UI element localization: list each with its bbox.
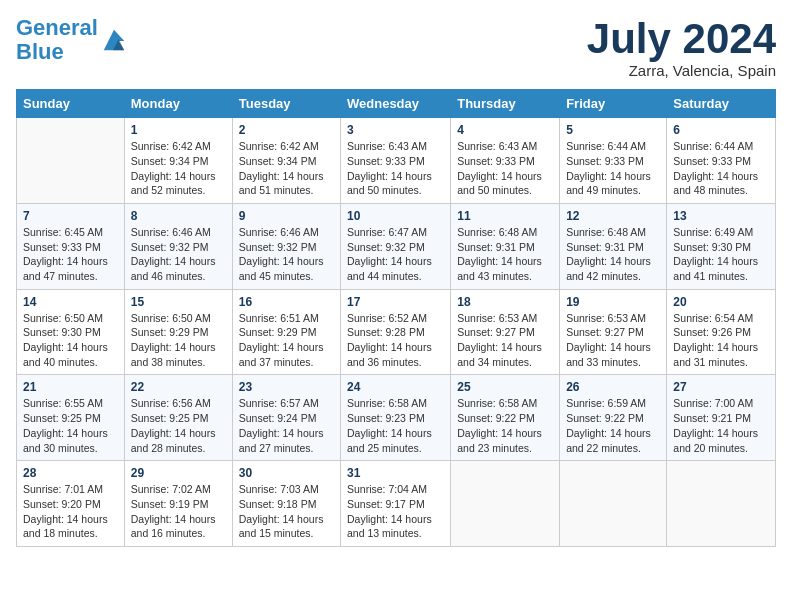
calendar-cell: 5Sunrise: 6:44 AM Sunset: 9:33 PM Daylig… — [560, 118, 667, 204]
calendar-cell: 17Sunrise: 6:52 AM Sunset: 9:28 PM Dayli… — [341, 289, 451, 375]
day-number: 6 — [673, 123, 769, 137]
day-of-week-header: Saturday — [667, 90, 776, 118]
logo-icon — [100, 26, 128, 54]
day-number: 20 — [673, 295, 769, 309]
calendar-cell: 1Sunrise: 6:42 AM Sunset: 9:34 PM Daylig… — [124, 118, 232, 204]
page-header: General Blue July 2024 Zarra, Valencia, … — [16, 16, 776, 79]
calendar-cell: 21Sunrise: 6:55 AM Sunset: 9:25 PM Dayli… — [17, 375, 125, 461]
day-info: Sunrise: 6:44 AM Sunset: 9:33 PM Dayligh… — [566, 139, 660, 198]
day-number: 16 — [239, 295, 334, 309]
calendar-week-row: 7Sunrise: 6:45 AM Sunset: 9:33 PM Daylig… — [17, 203, 776, 289]
calendar-cell: 6Sunrise: 6:44 AM Sunset: 9:33 PM Daylig… — [667, 118, 776, 204]
day-number: 29 — [131, 466, 226, 480]
day-number: 12 — [566, 209, 660, 223]
day-info: Sunrise: 6:52 AM Sunset: 9:28 PM Dayligh… — [347, 311, 444, 370]
calendar-cell — [560, 461, 667, 547]
day-info: Sunrise: 7:04 AM Sunset: 9:17 PM Dayligh… — [347, 482, 444, 541]
logo: General Blue — [16, 16, 128, 64]
day-info: Sunrise: 7:03 AM Sunset: 9:18 PM Dayligh… — [239, 482, 334, 541]
day-number: 31 — [347, 466, 444, 480]
calendar-cell: 20Sunrise: 6:54 AM Sunset: 9:26 PM Dayli… — [667, 289, 776, 375]
day-number: 24 — [347, 380, 444, 394]
calendar-cell: 8Sunrise: 6:46 AM Sunset: 9:32 PM Daylig… — [124, 203, 232, 289]
calendar-cell: 18Sunrise: 6:53 AM Sunset: 9:27 PM Dayli… — [451, 289, 560, 375]
month-title: July 2024 — [587, 16, 776, 62]
day-info: Sunrise: 6:43 AM Sunset: 9:33 PM Dayligh… — [457, 139, 553, 198]
header-row: SundayMondayTuesdayWednesdayThursdayFrid… — [17, 90, 776, 118]
day-info: Sunrise: 6:42 AM Sunset: 9:34 PM Dayligh… — [131, 139, 226, 198]
day-info: Sunrise: 6:49 AM Sunset: 9:30 PM Dayligh… — [673, 225, 769, 284]
day-of-week-header: Tuesday — [232, 90, 340, 118]
day-number: 4 — [457, 123, 553, 137]
day-info: Sunrise: 7:02 AM Sunset: 9:19 PM Dayligh… — [131, 482, 226, 541]
calendar-cell: 7Sunrise: 6:45 AM Sunset: 9:33 PM Daylig… — [17, 203, 125, 289]
day-number: 21 — [23, 380, 118, 394]
day-number: 17 — [347, 295, 444, 309]
calendar-cell: 23Sunrise: 6:57 AM Sunset: 9:24 PM Dayli… — [232, 375, 340, 461]
day-of-week-header: Monday — [124, 90, 232, 118]
calendar-cell: 14Sunrise: 6:50 AM Sunset: 9:30 PM Dayli… — [17, 289, 125, 375]
calendar-cell: 16Sunrise: 6:51 AM Sunset: 9:29 PM Dayli… — [232, 289, 340, 375]
day-number: 13 — [673, 209, 769, 223]
calendar-cell: 19Sunrise: 6:53 AM Sunset: 9:27 PM Dayli… — [560, 289, 667, 375]
calendar-cell: 13Sunrise: 6:49 AM Sunset: 9:30 PM Dayli… — [667, 203, 776, 289]
day-number: 9 — [239, 209, 334, 223]
day-info: Sunrise: 6:56 AM Sunset: 9:25 PM Dayligh… — [131, 396, 226, 455]
calendar-cell: 26Sunrise: 6:59 AM Sunset: 9:22 PM Dayli… — [560, 375, 667, 461]
day-number: 10 — [347, 209, 444, 223]
day-number: 30 — [239, 466, 334, 480]
day-number: 23 — [239, 380, 334, 394]
day-number: 15 — [131, 295, 226, 309]
day-number: 22 — [131, 380, 226, 394]
title-area: July 2024 Zarra, Valencia, Spain — [587, 16, 776, 79]
calendar-body: 1Sunrise: 6:42 AM Sunset: 9:34 PM Daylig… — [17, 118, 776, 547]
day-number: 18 — [457, 295, 553, 309]
calendar-cell: 12Sunrise: 6:48 AM Sunset: 9:31 PM Dayli… — [560, 203, 667, 289]
calendar-cell: 4Sunrise: 6:43 AM Sunset: 9:33 PM Daylig… — [451, 118, 560, 204]
calendar-cell: 11Sunrise: 6:48 AM Sunset: 9:31 PM Dayli… — [451, 203, 560, 289]
day-number: 1 — [131, 123, 226, 137]
day-info: Sunrise: 6:58 AM Sunset: 9:22 PM Dayligh… — [457, 396, 553, 455]
day-info: Sunrise: 6:58 AM Sunset: 9:23 PM Dayligh… — [347, 396, 444, 455]
calendar-cell: 30Sunrise: 7:03 AM Sunset: 9:18 PM Dayli… — [232, 461, 340, 547]
calendar-week-row: 28Sunrise: 7:01 AM Sunset: 9:20 PM Dayli… — [17, 461, 776, 547]
day-info: Sunrise: 6:42 AM Sunset: 9:34 PM Dayligh… — [239, 139, 334, 198]
logo-text: General Blue — [16, 16, 98, 64]
day-of-week-header: Friday — [560, 90, 667, 118]
calendar-cell: 31Sunrise: 7:04 AM Sunset: 9:17 PM Dayli… — [341, 461, 451, 547]
calendar-cell: 29Sunrise: 7:02 AM Sunset: 9:19 PM Dayli… — [124, 461, 232, 547]
day-number: 28 — [23, 466, 118, 480]
day-info: Sunrise: 6:50 AM Sunset: 9:30 PM Dayligh… — [23, 311, 118, 370]
day-number: 3 — [347, 123, 444, 137]
day-number: 8 — [131, 209, 226, 223]
day-info: Sunrise: 7:00 AM Sunset: 9:21 PM Dayligh… — [673, 396, 769, 455]
calendar-cell: 15Sunrise: 6:50 AM Sunset: 9:29 PM Dayli… — [124, 289, 232, 375]
day-info: Sunrise: 6:57 AM Sunset: 9:24 PM Dayligh… — [239, 396, 334, 455]
calendar-cell: 2Sunrise: 6:42 AM Sunset: 9:34 PM Daylig… — [232, 118, 340, 204]
calendar-cell: 10Sunrise: 6:47 AM Sunset: 9:32 PM Dayli… — [341, 203, 451, 289]
day-info: Sunrise: 6:47 AM Sunset: 9:32 PM Dayligh… — [347, 225, 444, 284]
logo-line1: General — [16, 15, 98, 40]
day-info: Sunrise: 6:53 AM Sunset: 9:27 PM Dayligh… — [457, 311, 553, 370]
day-number: 2 — [239, 123, 334, 137]
calendar-cell: 28Sunrise: 7:01 AM Sunset: 9:20 PM Dayli… — [17, 461, 125, 547]
day-number: 27 — [673, 380, 769, 394]
day-info: Sunrise: 6:43 AM Sunset: 9:33 PM Dayligh… — [347, 139, 444, 198]
day-of-week-header: Sunday — [17, 90, 125, 118]
calendar-cell — [451, 461, 560, 547]
day-number: 14 — [23, 295, 118, 309]
day-info: Sunrise: 6:50 AM Sunset: 9:29 PM Dayligh… — [131, 311, 226, 370]
calendar-cell: 9Sunrise: 6:46 AM Sunset: 9:32 PM Daylig… — [232, 203, 340, 289]
day-info: Sunrise: 6:54 AM Sunset: 9:26 PM Dayligh… — [673, 311, 769, 370]
calendar-cell: 24Sunrise: 6:58 AM Sunset: 9:23 PM Dayli… — [341, 375, 451, 461]
calendar-cell: 22Sunrise: 6:56 AM Sunset: 9:25 PM Dayli… — [124, 375, 232, 461]
day-of-week-header: Wednesday — [341, 90, 451, 118]
calendar-week-row: 1Sunrise: 6:42 AM Sunset: 9:34 PM Daylig… — [17, 118, 776, 204]
day-info: Sunrise: 6:48 AM Sunset: 9:31 PM Dayligh… — [566, 225, 660, 284]
calendar-cell: 25Sunrise: 6:58 AM Sunset: 9:22 PM Dayli… — [451, 375, 560, 461]
day-info: Sunrise: 6:45 AM Sunset: 9:33 PM Dayligh… — [23, 225, 118, 284]
day-info: Sunrise: 6:59 AM Sunset: 9:22 PM Dayligh… — [566, 396, 660, 455]
day-number: 11 — [457, 209, 553, 223]
day-info: Sunrise: 6:51 AM Sunset: 9:29 PM Dayligh… — [239, 311, 334, 370]
calendar-cell — [667, 461, 776, 547]
